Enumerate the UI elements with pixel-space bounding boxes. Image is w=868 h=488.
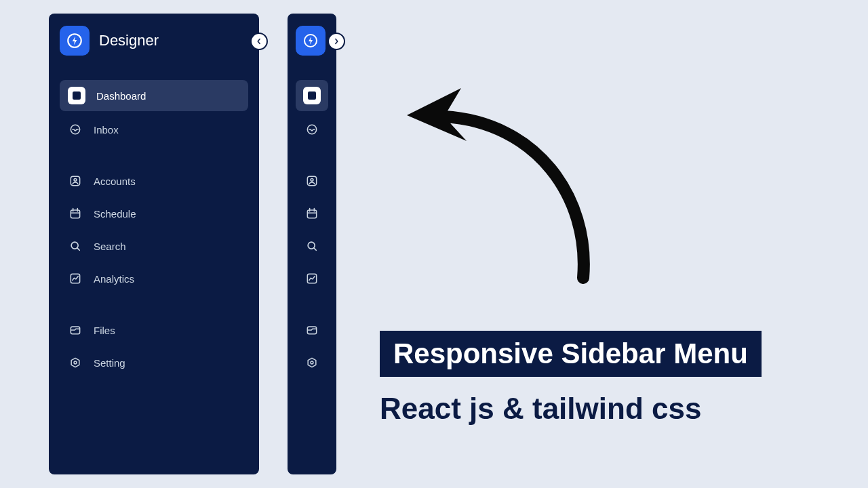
bar-chart-icon bbox=[303, 87, 321, 104]
inbox-icon bbox=[68, 122, 83, 137]
sidebar-item-label: Accounts bbox=[94, 176, 136, 187]
lightning-icon bbox=[66, 32, 83, 49]
sidebar-item-analytics[interactable] bbox=[296, 264, 328, 293]
sidebar-item-dashboard[interactable] bbox=[296, 80, 328, 111]
menu-group-3: Files Setting bbox=[60, 316, 248, 381]
sidebar-item-label: Schedule bbox=[94, 208, 136, 220]
sidebar-item-analytics[interactable]: Analytics bbox=[60, 264, 248, 293]
sidebar-collapsed bbox=[288, 14, 336, 474]
sidebar-item-setting[interactable]: Setting bbox=[60, 348, 248, 377]
headline-subtitle: React js & tailwind css bbox=[380, 392, 762, 426]
sidebar-item-setting[interactable] bbox=[296, 348, 328, 377]
settings-icon bbox=[68, 355, 83, 370]
analytics-icon bbox=[304, 271, 319, 286]
lightning-icon bbox=[302, 33, 319, 49]
brand bbox=[296, 26, 328, 56]
calendar-icon bbox=[304, 206, 319, 221]
sidebar-item-schedule[interactable] bbox=[296, 199, 328, 228]
brand-name: Designer bbox=[99, 32, 159, 49]
logo bbox=[296, 26, 326, 56]
menu-group-2: Accounts Schedule Search Analytics bbox=[60, 167, 248, 297]
sidebar-item-files[interactable]: Files bbox=[60, 316, 248, 344]
calendar-icon bbox=[68, 206, 83, 221]
arrow-graphic bbox=[380, 61, 610, 291]
sidebar-item-label: Inbox bbox=[94, 124, 119, 136]
collapse-button[interactable] bbox=[250, 33, 268, 50]
sidebar-item-inbox[interactable] bbox=[296, 115, 328, 144]
folder-icon bbox=[68, 323, 83, 338]
headline-title: Responsive Sidebar Menu bbox=[380, 331, 762, 377]
menu-group-3 bbox=[296, 316, 328, 381]
sidebar-item-inbox[interactable]: Inbox bbox=[60, 115, 248, 144]
chevron-right-icon bbox=[332, 37, 341, 46]
menu-group-1: Dashboard Inbox bbox=[60, 80, 248, 148]
sidebar-item-schedule[interactable]: Schedule bbox=[60, 199, 248, 228]
bar-chart-icon bbox=[68, 87, 85, 104]
sidebar-item-files[interactable] bbox=[296, 316, 328, 344]
sidebar-item-label: Dashboard bbox=[96, 90, 146, 102]
chevron-left-icon bbox=[254, 37, 264, 46]
user-icon bbox=[68, 174, 83, 188]
headline: Responsive Sidebar Menu React js & tailw… bbox=[380, 331, 762, 426]
analytics-icon bbox=[68, 271, 83, 286]
sidebar-item-label: Analytics bbox=[94, 273, 134, 285]
sidebar-item-accounts[interactable]: Accounts bbox=[60, 167, 248, 195]
settings-icon bbox=[304, 355, 319, 370]
user-icon bbox=[304, 174, 319, 188]
sidebar-item-accounts[interactable] bbox=[296, 167, 328, 195]
expand-button[interactable] bbox=[328, 33, 345, 50]
sidebar-item-search[interactable]: Search bbox=[60, 232, 248, 260]
menu-group-1 bbox=[296, 80, 328, 148]
sidebar-item-label: Setting bbox=[94, 357, 125, 369]
sidebar-item-label: Files bbox=[94, 325, 115, 336]
logo bbox=[60, 26, 90, 56]
brand: Designer bbox=[60, 26, 248, 56]
menu-group-2 bbox=[296, 167, 328, 297]
search-icon bbox=[304, 239, 319, 253]
sidebar-expanded: Designer Dashboard Inbox Accounts Schedu… bbox=[49, 14, 259, 474]
sidebar-item-label: Search bbox=[94, 241, 126, 252]
folder-icon bbox=[304, 323, 319, 338]
inbox-icon bbox=[304, 122, 319, 137]
search-icon bbox=[68, 239, 83, 253]
sidebar-item-dashboard[interactable]: Dashboard bbox=[60, 80, 248, 111]
sidebar-item-search[interactable] bbox=[296, 232, 328, 260]
